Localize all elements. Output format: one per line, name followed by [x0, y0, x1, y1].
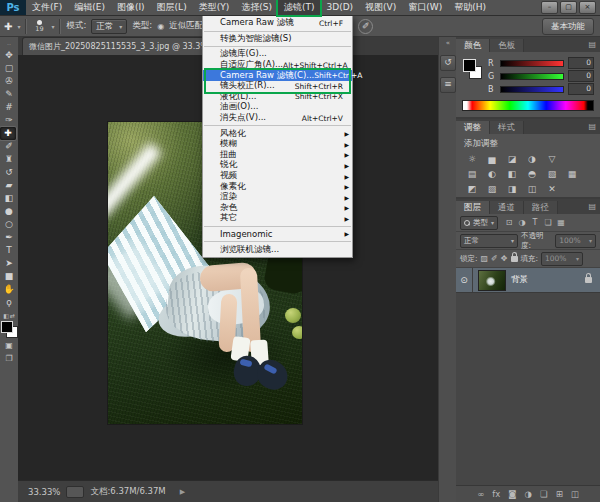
- zoom-level[interactable]: 33.33%: [28, 487, 60, 497]
- brightness-contrast-icon[interactable]: ☼: [464, 153, 480, 166]
- filter-menu-item-10[interactable]: 消失点(V)...Alt+Ctrl+V: [203, 113, 352, 124]
- menubar-item-7[interactable]: 3D(D): [320, 0, 359, 15]
- smart-object-filter-icon[interactable]: ▦: [556, 218, 566, 227]
- panel-menu-icon[interactable]: ▤: [588, 40, 596, 49]
- hue-saturation-icon[interactable]: ▤: [464, 168, 480, 181]
- curves-icon[interactable]: ◪: [504, 153, 520, 166]
- layer-group-icon[interactable]: ❏: [540, 486, 548, 502]
- menubar-item-1[interactable]: 编辑(E): [68, 0, 111, 15]
- fill-select[interactable]: 100% ▾: [541, 252, 583, 266]
- crop-tool[interactable]: #: [0, 101, 18, 114]
- channel-mixer-icon[interactable]: ▧: [544, 168, 560, 181]
- opacity-select[interactable]: 100% ▾: [555, 234, 596, 248]
- gradient-tool[interactable]: ◧: [0, 192, 18, 205]
- color-tab-0[interactable]: 颜色: [456, 39, 490, 52]
- photo-filter-icon[interactable]: ◓: [524, 168, 540, 181]
- adjustment-layer-filter-icon[interactable]: ◑: [517, 218, 527, 227]
- layers-tab-0[interactable]: 图层: [456, 201, 490, 214]
- zoom-tool[interactable]: ϙ: [0, 296, 18, 309]
- dodge-tool[interactable]: ○: [0, 218, 18, 231]
- new-adjustment-layer-icon[interactable]: ◑: [525, 486, 532, 502]
- filter-menu-item-0[interactable]: Camera Raw 滤镜Ctrl+F: [203, 18, 352, 29]
- lock-move-icon[interactable]: ✥: [501, 254, 508, 263]
- menubar-item-9[interactable]: 窗口(W): [402, 0, 448, 15]
- layer-visibility-eye-icon[interactable]: ⊙: [456, 268, 473, 292]
- hand-tool[interactable]: ✋: [0, 283, 18, 296]
- maximize-button[interactable]: ▢: [560, 1, 577, 14]
- layer-thumbnail[interactable]: [478, 270, 506, 291]
- menubar-item-4[interactable]: 类型(Y): [193, 0, 236, 15]
- pixel-layer-filter-icon[interactable]: ⊡: [504, 218, 514, 227]
- lock-transparent-icon[interactable]: ▨: [481, 254, 489, 263]
- lock-paint-icon[interactable]: ✐: [491, 254, 498, 263]
- layer-mask-icon[interactable]: ◙: [508, 486, 516, 502]
- history-panel-button[interactable]: ↺: [440, 55, 456, 71]
- menubar-item-0[interactable]: 文件(F): [26, 0, 68, 15]
- layer-filter-type-select[interactable]: 类型 ▾: [460, 216, 498, 230]
- lasso-tool[interactable]: ✇: [0, 75, 18, 88]
- levels-icon[interactable]: ▅: [484, 153, 500, 166]
- screen-mode-icon[interactable]: ❐: [5, 354, 12, 363]
- threshold-icon[interactable]: ◨: [504, 183, 520, 196]
- clone-stamp-tool[interactable]: ♜: [0, 153, 18, 166]
- vibrance-icon[interactable]: ▽: [544, 153, 560, 166]
- link-layers-icon[interactable]: ∞: [477, 486, 484, 502]
- color-spectrum-ramp[interactable]: [462, 100, 594, 111]
- foreground-color-swatch[interactable]: [463, 59, 476, 72]
- channel-value[interactable]: 0: [568, 57, 594, 69]
- workspace-button[interactable]: 基本功能: [542, 18, 594, 35]
- panel-menu-icon[interactable]: ▤: [588, 202, 596, 211]
- brush-pressure-icon[interactable]: ✐: [358, 19, 373, 34]
- menubar-item-10[interactable]: 帮助(H): [448, 0, 492, 15]
- menubar-item-5[interactable]: 选择(S): [235, 0, 278, 15]
- foreground-color-swatch[interactable]: [1, 321, 13, 333]
- channel-slider[interactable]: [500, 60, 564, 67]
- brush-caret-icon[interactable]: ▾: [51, 23, 54, 30]
- type-tool[interactable]: T: [0, 244, 18, 257]
- channel-slider[interactable]: [500, 73, 564, 80]
- filter-menu-item-20[interactable]: 其它▶: [203, 213, 352, 224]
- posterize-icon[interactable]: ▨: [484, 183, 500, 196]
- rectangular-marquee-tool[interactable]: ▢: [0, 62, 18, 75]
- expand-panels-icon[interactable]: «: [446, 37, 450, 49]
- status-field[interactable]: [66, 486, 84, 498]
- default-colors-icon[interactable]: ◧: [3, 312, 9, 319]
- properties-panel-button[interactable]: ≡: [440, 77, 456, 93]
- layers-tab-2[interactable]: 路径: [524, 201, 558, 214]
- tool-preset-caret-icon[interactable]: ▾: [17, 23, 20, 30]
- menubar-item-2[interactable]: 图像(I): [111, 0, 151, 15]
- status-menu-arrow-icon[interactable]: ▶: [180, 488, 185, 496]
- menubar-item-8[interactable]: 视图(V): [359, 0, 402, 15]
- adjustments-tab-0[interactable]: 调整: [456, 121, 490, 134]
- shape-layer-filter-icon[interactable]: ❏: [543, 218, 553, 227]
- adjustments-tab-1[interactable]: 样式: [490, 121, 524, 134]
- proximity-match-radio[interactable]: ◉: [157, 22, 164, 31]
- quick-mask-icon[interactable]: ▣: [5, 341, 13, 350]
- history-brush-tool[interactable]: ↺: [0, 166, 18, 179]
- blend-mode-select[interactable]: 正常 ▾: [460, 234, 518, 248]
- rectangle-tool[interactable]: ■: [0, 270, 18, 283]
- layer-style-icon[interactable]: fx: [492, 486, 500, 502]
- color-tab-1[interactable]: 色板: [490, 39, 524, 52]
- layer-name[interactable]: 背景: [511, 274, 585, 286]
- blur-tool[interactable]: ●: [0, 205, 18, 218]
- path-selection-tool[interactable]: ➤: [0, 257, 18, 270]
- layer-row-background[interactable]: ⊙ 背景: [456, 268, 600, 293]
- new-layer-icon[interactable]: ⊞: [556, 486, 563, 502]
- minimize-button[interactable]: –: [541, 1, 558, 14]
- channel-slider[interactable]: [500, 86, 564, 93]
- type-layer-filter-icon[interactable]: T: [530, 218, 540, 227]
- toolbar-drag-dots[interactable]: ‥: [7, 37, 11, 49]
- delete-layer-icon[interactable]: ◫: [571, 486, 579, 502]
- brush-size-picker[interactable]: 19: [32, 20, 46, 33]
- color-balance-icon[interactable]: ◐: [484, 168, 500, 181]
- black-white-icon[interactable]: ◧: [504, 168, 520, 181]
- channel-value[interactable]: 0: [568, 83, 594, 95]
- invert-icon[interactable]: ◩: [464, 183, 480, 196]
- exposure-icon[interactable]: ◑: [524, 153, 540, 166]
- menubar-item-3[interactable]: 图层(L): [151, 0, 193, 15]
- brush-tool[interactable]: ✐: [0, 140, 18, 153]
- filter-menu-item-2[interactable]: 转换为智能滤镜(S): [203, 34, 352, 45]
- eyedropper-tool[interactable]: ✑: [0, 114, 18, 127]
- channel-value[interactable]: 0: [568, 70, 594, 82]
